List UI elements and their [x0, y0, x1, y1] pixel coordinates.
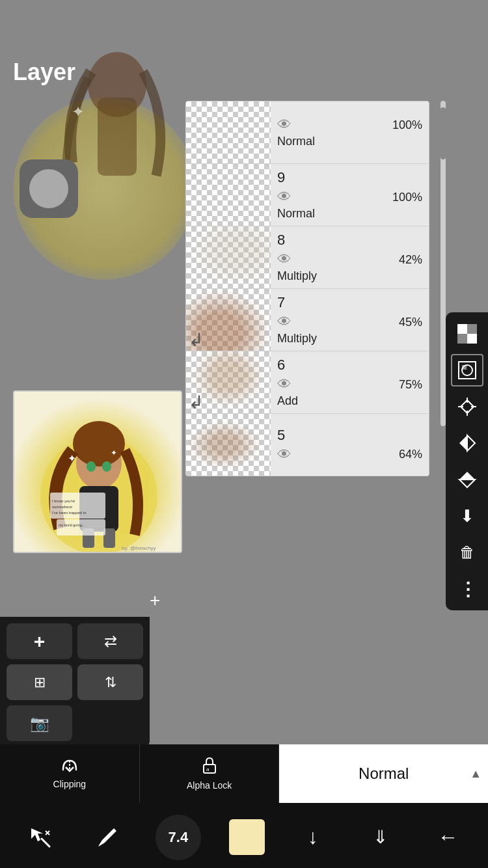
layer-panel: 👁 100% Normal 9 👁 100% Normal 8 👁 42% Mu… [185, 101, 429, 476]
selection-tool-button[interactable] [21, 818, 60, 857]
svg-text:✦: ✦ [68, 453, 76, 464]
layer-blend-mode: Normal [277, 135, 422, 148]
layer-info: 5 👁 64% [271, 414, 429, 476]
svg-rect-1 [98, 98, 137, 176]
clipping-button[interactable]: Clipping [0, 744, 140, 803]
svg-text:✦: ✦ [72, 103, 85, 120]
alpha-lock-icon: a [202, 757, 217, 778]
mirror-button[interactable]: ⇄ [77, 623, 143, 659]
layer-row[interactable]: 5 👁 64% [186, 414, 429, 476]
transform-button[interactable] [451, 390, 483, 423]
canvas-add-icon[interactable]: + [150, 590, 160, 611]
double-down-button[interactable]: ⇓ [361, 818, 400, 857]
preview-image: ✦ ✦ I know you're somewhere I've been tr… [13, 390, 182, 553]
blend-mode-label: Normal [359, 765, 409, 783]
svg-text:a: a [206, 766, 210, 772]
layer-thumbnail [186, 414, 271, 476]
back-button[interactable]: ← [428, 818, 467, 857]
layer-controls-panel: + ⇄ ⊞ ⇅ 📷 [0, 617, 150, 748]
svg-rect-24 [459, 362, 476, 379]
scrollbar-thumb[interactable] [441, 107, 446, 159]
more-options-button[interactable]: ⋮ [451, 573, 483, 605]
svg-rect-20 [457, 324, 467, 334]
flip-v-button[interactable] [451, 463, 483, 496]
svg-text:somewhere: somewhere [52, 505, 73, 509]
svg-text:✦: ✦ [111, 448, 117, 457]
layer-number: 6 [277, 357, 422, 373]
layer-thumbnail [186, 102, 271, 163]
layer-info: 👁 100% Normal [271, 102, 429, 163]
layer-number: 9 [277, 169, 422, 186]
add-layer-button[interactable]: + [7, 623, 72, 659]
bottom-bar: Clipping a Alpha Lock Normal ▲ [0, 744, 488, 803]
svg-rect-22 [467, 324, 477, 334]
layer-blend-mode: Add [277, 394, 422, 408]
reference-button[interactable] [451, 354, 483, 387]
blend-mode-chevron: ▲ [470, 767, 481, 781]
layer-thumbnail [186, 164, 271, 226]
layer-blend-mode: Multiply [277, 332, 422, 346]
layer-number: 7 [277, 294, 422, 311]
visibility-icon[interactable]: 👁 [277, 251, 291, 268]
svg-text:by: @fxeachyy: by: @fxeachyy [122, 545, 156, 551]
svg-point-6 [87, 461, 96, 472]
visibility-icon[interactable]: 👁 [277, 314, 291, 331]
layer-opacity-value: 45% [399, 316, 422, 329]
layer-info: 9 👁 100% Normal [271, 164, 429, 226]
layer-row[interactable]: 6 👁 75% Add ↳ [186, 351, 429, 414]
layer-row[interactable]: 7 👁 45% Multiply ↳ [186, 289, 429, 351]
move-down-button[interactable]: ⬇ [451, 500, 483, 532]
layer-opacity-value: 64% [399, 448, 422, 461]
visibility-icon[interactable]: 👁 [277, 446, 291, 463]
preview-content: ✦ ✦ I know you're somewhere I've been tr… [14, 392, 181, 552]
visibility-icon[interactable]: 👁 [277, 116, 291, 133]
blend-mode-button[interactable]: Normal ▲ [279, 744, 488, 803]
layer-row[interactable]: 9 👁 100% Normal [186, 164, 429, 226]
alpha-lock-button[interactable]: a Alpha Lock [140, 744, 280, 803]
svg-rect-23 [457, 334, 467, 344]
layer-info: 8 👁 42% Multiply [271, 226, 429, 288]
color-swatch-button[interactable] [229, 819, 265, 855]
checkerboard-button[interactable] [451, 318, 483, 350]
merge-down-arrow: ↳ [189, 392, 204, 413]
panel-title: Layer [13, 59, 75, 86]
svg-point-5 [73, 421, 125, 467]
layer-info: 7 👁 45% Multiply [271, 289, 429, 351]
brush-tool-button[interactable] [88, 818, 127, 857]
brush-size-button[interactable]: 7.4 [156, 815, 201, 860]
visibility-icon[interactable]: 👁 [277, 376, 291, 393]
layer-number: 8 [277, 232, 422, 249]
clipping-label: Clipping [53, 779, 87, 789]
merge-down-arrow: ↳ [189, 329, 204, 351]
svg-text:I know you're: I know you're [52, 499, 75, 503]
svg-text:I've been trapped in: I've been trapped in [52, 511, 87, 515]
svg-rect-17 [57, 519, 105, 536]
layer-blend-mode: Multiply [277, 269, 422, 283]
layer-opacity-value: 100% [392, 191, 422, 204]
svg-rect-34 [204, 765, 215, 773]
camera-button[interactable]: 📷 [7, 705, 72, 741]
svg-point-7 [102, 461, 111, 472]
visibility-icon[interactable]: 👁 [277, 189, 291, 206]
round-tool-button[interactable] [20, 159, 78, 218]
layer-opacity-value: 75% [399, 378, 422, 392]
layer-blend-mode: Normal [277, 207, 422, 221]
layer-row[interactable]: 8 👁 42% Multiply [186, 226, 429, 289]
layer-row[interactable]: 👁 100% Normal [186, 102, 429, 164]
svg-rect-26 [462, 365, 467, 370]
svg-text:my mind going...: my mind going... [59, 523, 85, 527]
layer-opacity-value: 100% [392, 118, 422, 132]
layer-opacity-value: 42% [399, 253, 422, 267]
delete-button[interactable]: 🗑 [451, 536, 483, 569]
clipping-icon [61, 758, 79, 776]
round-tool-inner [29, 169, 68, 208]
svg-rect-21 [467, 334, 477, 344]
flip-h-button[interactable] [451, 427, 483, 459]
right-tools-panel: ⬇ 🗑 ⋮ [446, 312, 488, 610]
layer-scrollbar[interactable] [441, 101, 446, 426]
download-button[interactable]: ↓ [293, 818, 332, 857]
merge-button[interactable]: ⊞ [7, 664, 72, 700]
flatten-button[interactable]: ⇅ [77, 664, 143, 700]
main-toolbar: 7.4 ↓ ⇓ ← [0, 806, 488, 868]
layer-thumbnail [186, 226, 271, 288]
